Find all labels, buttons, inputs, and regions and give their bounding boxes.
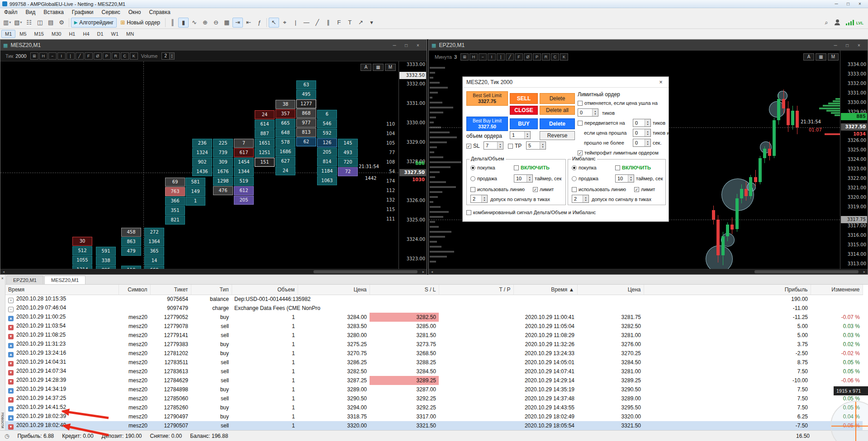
close-position-button[interactable]: CLOSE — [510, 106, 538, 115]
cancel-checkbox-icon[interactable] — [578, 101, 583, 106]
toolbox-tab-0[interactable]: EPZ20,M1 — [6, 276, 43, 284]
chart-maximize-icon[interactable]: □ — [400, 43, 412, 48]
combined-signal-toggle[interactable]: комбинированный сигнал Дельта/Объем и Им… — [466, 210, 596, 215]
table-row[interactable]: ▲2020.10.29 18:02:39mesz2012790497buy133… — [5, 412, 863, 421]
delta-sell-radio[interactable]: продажа — [470, 176, 497, 181]
trendline-icon[interactable]: ╱ — [312, 18, 323, 28]
imbalance-enable-toggle[interactable]: ВКЛЮЧИТЬ — [615, 165, 651, 170]
maximize-icon[interactable]: □ — [842, 1, 854, 6]
table-row[interactable]: ▼2020.10.29 18:02:49mesz2012790507sell13… — [5, 421, 863, 430]
indicators-icon[interactable]: ƒ — [254, 18, 265, 28]
minimize-icon[interactable]: ─ — [830, 1, 842, 6]
chart-shift-icon[interactable]: ⇤ — [243, 18, 254, 28]
delta-timer-spinner[interactable]: 10▴▾ — [514, 174, 533, 183]
column-header-9[interactable]: Цена — [577, 285, 644, 295]
column-header-2[interactable]: Тикет — [150, 285, 191, 295]
chart-window-titlebar[interactable]: ▦ EPZ20,M1 ─ □ × — [429, 40, 868, 51]
chart-toolbar-button-7[interactable]: Ø — [524, 53, 532, 61]
move-ticks-spinner[interactable]: 0▴▾ — [633, 119, 651, 127]
table-row[interactable]: ▼2020.10.29 14:04:31mesz2012783511sell13… — [5, 358, 863, 367]
menu-item-0[interactable]: Файл — [0, 9, 22, 16]
radio-icon[interactable] — [572, 165, 577, 170]
toolbox-rail-label[interactable]: Новости — [0, 413, 5, 428]
channel-icon[interactable]: ∥ — [323, 18, 333, 28]
column-header-8[interactable]: Время ▲ — [513, 285, 577, 295]
delete-sell-button[interactable]: Delete — [540, 93, 575, 104]
scroll-left-icon[interactable]: ◂ — [0, 270, 7, 274]
chart-corner-button-0[interactable]: A — [803, 53, 814, 61]
chart-toolbar-button-11[interactable]: K — [130, 52, 138, 60]
delta-tolerance-spinner[interactable]: 2▴▾ — [470, 195, 488, 203]
chart-toolbar-button-1[interactable]: H — [39, 52, 47, 60]
scroll-right-icon[interactable]: ▸ — [420, 270, 427, 274]
radio-icon[interactable] — [470, 176, 475, 181]
sell-button[interactable]: SELL — [510, 93, 538, 104]
delta-limit-toggle[interactable]: лимит — [533, 187, 554, 192]
column-header-7[interactable]: T / P — [439, 285, 513, 295]
chart-hscrollbar[interactable]: ◂ ▸ — [429, 269, 868, 274]
chart-toolbar-button-7[interactable]: Ø — [94, 52, 102, 60]
table-row[interactable]: ▲2020.10.29 14:34:19mesz2012784898buy132… — [5, 385, 863, 394]
cursor-icon[interactable]: ↖ — [269, 18, 279, 28]
chart-corner-button-2[interactable]: M — [828, 53, 839, 61]
move-checkbox-icon[interactable] — [578, 121, 583, 126]
scroll-thumb[interactable] — [754, 270, 859, 273]
chart-toolbar-button-0[interactable]: ⊞ — [30, 52, 38, 60]
tp-checkbox-icon[interactable] — [508, 144, 513, 149]
arrow-tool-icon[interactable]: ↗ — [356, 18, 366, 28]
chart-corner-button-1[interactable]: ▦ — [816, 53, 826, 61]
scroll-thumb[interactable] — [313, 270, 417, 273]
table-row[interactable]: ▼2020.10.29 11:03:54mesz2012779078sell13… — [5, 322, 863, 331]
imbalance-line-checkbox-icon[interactable] — [572, 187, 577, 192]
delta-limit-checkbox-icon[interactable] — [533, 187, 538, 192]
period-tab-h1[interactable]: H1 — [65, 30, 79, 38]
candlestick-chart-icon[interactable]: ▮ — [178, 18, 189, 28]
menu-item-4[interactable]: Сервис — [98, 9, 124, 16]
auto-scroll-icon[interactable]: ⇥ — [232, 18, 243, 28]
horizontal-line-icon[interactable]: — — [301, 18, 312, 28]
market-watch-icon[interactable]: ☷ — [24, 18, 34, 28]
delta-enable-toggle[interactable]: ВКЛЮЧИТЬ — [514, 165, 550, 170]
period-tab-d1[interactable]: D1 — [94, 30, 107, 38]
delta-line-toggle[interactable]: использовать линию — [470, 187, 525, 192]
chart-toolbar-button-2[interactable]: − — [48, 52, 57, 60]
chart-close-icon[interactable]: × — [412, 43, 424, 48]
imbalance-limit-checkbox-icon[interactable] — [634, 187, 639, 192]
scroll-left-icon[interactable]: ◂ — [429, 270, 435, 274]
dialog-close-icon[interactable]: × — [657, 79, 665, 85]
cluster-chart-canvas[interactable]: 3051210551214591338895458863479119272136… — [0, 61, 427, 269]
toolbox-close-icon[interactable]: × — [0, 276, 5, 281]
chart-toolbar-button-1[interactable]: H — [470, 53, 478, 61]
tp-limit-checkbox-icon[interactable] — [578, 150, 583, 155]
sl-spinner[interactable]: 7▴▾ — [484, 141, 503, 150]
delete-buy-button[interactable]: Delete — [540, 118, 575, 129]
column-header-4[interactable]: Объем — [232, 285, 298, 295]
cancel-toggle[interactable]: отменяется, если цена ушла на — [578, 100, 658, 106]
chart-minimize-icon[interactable]: ─ — [389, 43, 400, 48]
tile-windows-icon[interactable]: ▦ — [222, 18, 232, 28]
strategy-tester-icon[interactable]: ⚙ — [57, 18, 67, 28]
menu-item-6[interactable]: Справка — [145, 9, 175, 16]
line-chart-icon[interactable]: ∿ — [189, 18, 199, 28]
toolbox-tab-1[interactable]: MESZ20,M1 — [44, 276, 85, 284]
chart-toolbar-button-6[interactable]: F — [515, 53, 523, 61]
table-row[interactable]: ▼2020.10.29 11:08:25mesz2012779141sell13… — [5, 331, 863, 340]
chart-toolbar-button-6[interactable]: F — [85, 52, 93, 60]
delta-buy-radio[interactable]: покупка — [470, 165, 495, 170]
crosshair-icon[interactable]: ⌖ — [280, 18, 290, 28]
column-header-1[interactable]: Символ — [119, 285, 150, 295]
table-row[interactable]: ▲2020.10.29 11:00:25mesz2012779052buy132… — [5, 313, 863, 322]
chart-toolbar-button-0[interactable]: ⊞ — [460, 53, 469, 61]
period-tab-h4[interactable]: H4 — [79, 30, 93, 38]
imbalance-buy-radio[interactable]: покупка — [572, 165, 597, 170]
new-order-button[interactable]: ⊞Новый ордер — [117, 18, 163, 28]
profiles-icon[interactable]: ▧▾ — [13, 18, 23, 28]
window-titlebar[interactable]: 999758 - AMPGlobalEU-Live - Netting - ME… — [0, 0, 868, 8]
period-tab-w1[interactable]: W1 — [108, 30, 123, 38]
delete-all-button[interactable]: Delete all — [540, 106, 575, 115]
toolbox-icon[interactable]: ▤ — [46, 18, 56, 28]
volume-stepper[interactable]: 2▴▾ — [161, 52, 175, 60]
chart-toolbar-button-4[interactable]: | — [66, 52, 75, 60]
column-header-10[interactable]: Прибыль — [644, 285, 811, 295]
table-row[interactable]: ▼2020.10.29 14:28:39mesz2012784629sell13… — [5, 376, 863, 385]
